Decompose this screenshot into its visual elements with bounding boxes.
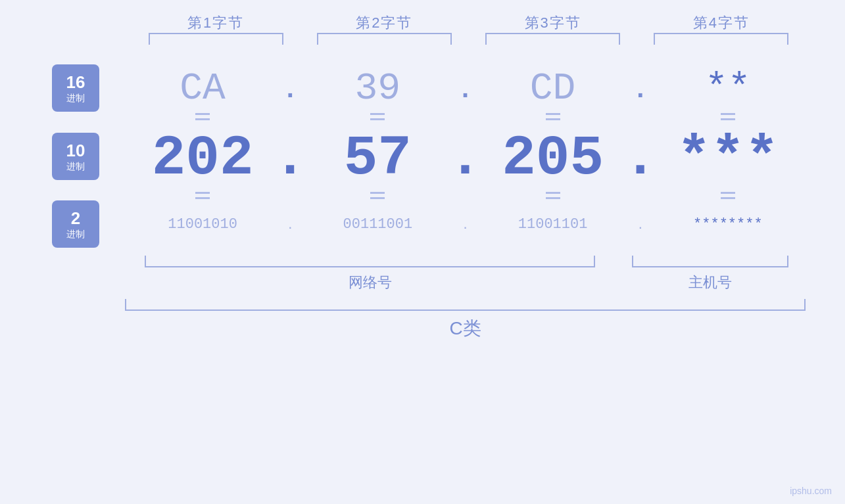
hex-val-4: ** <box>705 67 751 110</box>
hex-dot-2: . <box>456 75 475 101</box>
network-label: 网络号 <box>349 273 392 292</box>
col-header-1: 第1字节 <box>132 13 300 33</box>
eq-row-1 <box>39 113 806 120</box>
col-header-3: 第3字节 <box>469 13 637 33</box>
dec-val-3: 205 <box>502 126 604 191</box>
host-label: 主机号 <box>688 273 732 292</box>
watermark: ipshu.com <box>790 486 832 496</box>
bin-dot-1: . <box>280 216 300 233</box>
top-brackets <box>39 33 806 45</box>
hex-row: 16 进制 CA . 39 . CD . ** <box>39 64 806 112</box>
class-row: C类 <box>39 299 806 341</box>
bin-dot-2: . <box>456 216 475 233</box>
bottom-bracket-row: 网络号 主机号 <box>39 256 806 292</box>
bin-dot-3: . <box>631 216 650 233</box>
dec-val-4: *** <box>677 126 779 191</box>
bin-val-2: 00111001 <box>343 216 413 233</box>
bin-row: 2 进制 11001010 . 00111001 . 11001101 . **… <box>39 200 806 248</box>
hex-dot-3: . <box>631 75 650 101</box>
bin-val-3: 11001101 <box>518 216 588 233</box>
dec-dot-2: . <box>456 122 475 187</box>
dec-val-2: 57 <box>344 126 412 191</box>
dec-val-1: 202 <box>152 126 254 191</box>
bin-val-1: 11001010 <box>168 216 237 233</box>
eq-row-2 <box>39 192 806 199</box>
col-header-4: 第4字节 <box>637 13 806 33</box>
host-bracket: 主机号 <box>615 256 806 292</box>
hex-dot-1: . <box>280 75 300 101</box>
column-headers: 第1字节 第2字节 第3字节 第4字节 <box>39 13 806 33</box>
hex-val-2: 39 <box>355 67 401 110</box>
dec-label-badge: 10 进制 <box>52 133 99 180</box>
class-label: C类 <box>449 316 481 341</box>
dec-dot-3: . <box>631 122 650 187</box>
dec-dot-1: . <box>280 122 300 187</box>
hex-label-badge: 16 进制 <box>52 64 99 112</box>
dec-row: 10 进制 202 . 57 . 205 . *** <box>39 122 806 191</box>
network-bracket: 网络号 <box>125 256 615 292</box>
hex-val-3: CD <box>530 67 576 110</box>
hex-val-1: CA <box>180 67 226 110</box>
bin-label-badge: 2 进制 <box>52 200 99 248</box>
col-header-2: 第2字节 <box>300 13 468 33</box>
bin-val-4: ******** <box>693 216 763 233</box>
